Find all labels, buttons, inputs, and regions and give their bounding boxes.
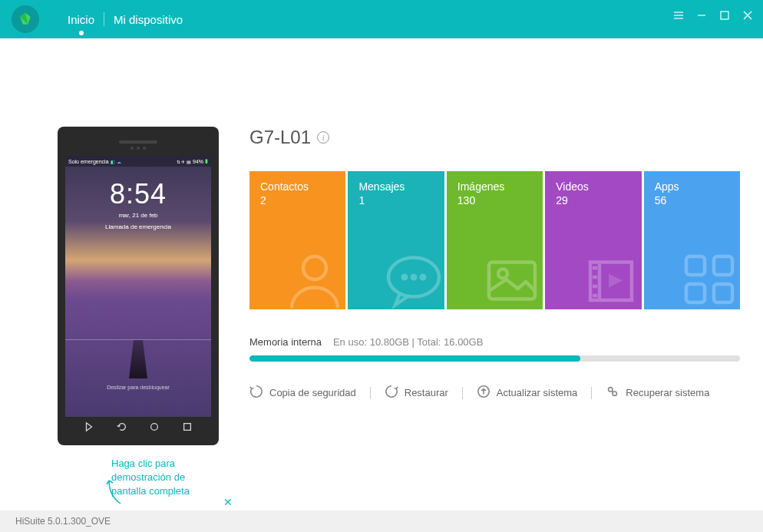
nav-device[interactable]: Mi dispositivo — [104, 13, 192, 26]
memory-header: Memoria interna En uso: 10.80GB | Total:… — [249, 336, 740, 348]
contacts-icon — [280, 245, 345, 309]
restore-icon — [385, 385, 398, 401]
action-label: Restaurar — [405, 387, 448, 398]
content: Solo emergencia ◧ ☁ ⇅ ✈ ▤ 94% ▮ 8:54 mar… — [0, 38, 763, 499]
svg-point-13 — [421, 276, 425, 279]
phone-back-icon — [84, 421, 94, 435]
action-row: Copia de seguridad Restaurar Actualizar … — [249, 385, 740, 401]
wallpaper-dock — [115, 340, 161, 378]
phone-sensors — [65, 147, 211, 150]
tile-value: 29 — [556, 194, 630, 207]
memory-stats: En uso: 10.80GB | Total: 16.00GB — [333, 336, 483, 348]
tile-label: Mensajes — [358, 180, 433, 193]
phone-time: 8:54 — [65, 178, 211, 210]
memory-bar — [249, 355, 740, 362]
phone-status-bar: Solo emergencia ◧ ☁ ⇅ ✈ ▤ 94% ▮ — [65, 156, 211, 167]
backup-icon — [249, 385, 263, 401]
tile-label: Apps — [655, 180, 729, 193]
nav-home-label: Inicio — [68, 13, 94, 26]
tile-videos[interactable]: Videos 29 — [545, 171, 641, 309]
tile-label: Videos — [556, 180, 630, 193]
tile-value: 1 — [358, 194, 433, 207]
svg-rect-19 — [714, 284, 732, 302]
phone-nav-bar — [65, 417, 211, 440]
svg-rect-16 — [686, 256, 705, 275]
info-icon[interactable]: i — [317, 131, 329, 144]
messages-icon — [379, 245, 444, 309]
footer: HiSuite 5.0.1.300_OVE — [0, 511, 763, 532]
minimize-icon[interactable] — [695, 9, 708, 21]
phone-unlock-hint: Deslizar para desbloquear — [65, 385, 211, 390]
app-logo — [12, 5, 39, 33]
hint-arrow-icon — [105, 477, 128, 511]
videos-icon — [576, 245, 642, 309]
header: Inicio Mi dispositivo — [0, 0, 763, 38]
svg-point-15 — [498, 269, 507, 279]
version-text: HiSuite 5.0.1.300_OVE — [15, 516, 111, 527]
action-update[interactable]: Actualizar sistema — [463, 385, 591, 401]
device-title-row: G7-L01 i — [249, 127, 740, 148]
menu-icon[interactable] — [672, 9, 685, 21]
svg-rect-14 — [489, 263, 535, 299]
phone-emergency-text: Llamada de emergencia — [65, 223, 211, 230]
memory-section: Memoria interna En uso: 10.80GB | Total:… — [249, 336, 740, 362]
close-icon[interactable] — [742, 9, 754, 21]
svg-point-11 — [403, 276, 407, 279]
nav-active-indicator — [79, 31, 84, 35]
category-tiles: Contactos 2 Mensajes 1 Imágenes 130 Vide… — [249, 171, 740, 309]
hint-close-icon[interactable]: ✕ — [223, 496, 233, 508]
phone-date: mar, 21 de feb — [65, 212, 211, 219]
tile-value: 2 — [260, 194, 335, 207]
phone-battery-pct: 94% — [193, 159, 203, 164]
svg-rect-18 — [686, 284, 705, 302]
wallpaper-horizon — [65, 339, 211, 340]
action-label: Actualizar sistema — [497, 387, 577, 398]
tile-apps[interactable]: Apps 56 — [644, 171, 740, 309]
images-icon — [477, 245, 543, 309]
main-section: G7-L01 i Contactos 2 Mensajes 1 Imágenes… — [249, 127, 740, 499]
svg-point-9 — [303, 256, 326, 279]
action-backup[interactable]: Copia de seguridad — [249, 385, 370, 401]
action-label: Copia de seguridad — [269, 387, 356, 398]
phone-recent-icon — [182, 421, 193, 435]
nav-home[interactable]: Inicio — [58, 13, 104, 26]
tile-value: 56 — [655, 194, 729, 207]
phone-speaker — [119, 140, 157, 144]
memory-label: Memoria interna — [249, 336, 322, 348]
action-recover[interactable]: Recuperar sistema — [592, 385, 723, 401]
nav-device-label: Mi dispositivo — [114, 13, 183, 26]
maximize-icon[interactable] — [718, 9, 731, 21]
phone-frame[interactable]: Solo emergencia ◧ ☁ ⇅ ✈ ▤ 94% ▮ 8:54 mar… — [58, 127, 219, 445]
apps-icon — [675, 245, 740, 309]
update-icon — [477, 385, 490, 401]
phone-refresh-icon — [117, 421, 127, 435]
tile-value: 130 — [457, 194, 532, 207]
action-label: Recuperar sistema — [626, 387, 709, 398]
tile-label: Contactos — [260, 180, 335, 193]
phone-preview-section: Solo emergencia ◧ ☁ ⇅ ✈ ▤ 94% ▮ 8:54 mar… — [58, 127, 219, 499]
phone-home-icon — [149, 421, 160, 435]
window-controls — [672, 9, 754, 21]
tile-images[interactable]: Imágenes 130 — [447, 171, 543, 309]
action-restore[interactable]: Restaurar — [371, 385, 462, 401]
tile-contacts[interactable]: Contactos 2 — [249, 171, 345, 309]
tile-label: Imágenes — [457, 180, 532, 193]
svg-point-12 — [412, 276, 416, 279]
tile-messages[interactable]: Mensajes 1 — [348, 171, 444, 309]
memory-fill — [249, 355, 580, 362]
svg-rect-4 — [721, 12, 728, 19]
device-name: G7-L01 — [249, 127, 311, 148]
svg-rect-8 — [183, 424, 190, 431]
svg-point-7 — [151, 424, 158, 431]
recover-icon — [606, 385, 619, 401]
phone-screen: Solo emergencia ◧ ☁ ⇅ ✈ ▤ 94% ▮ 8:54 mar… — [65, 156, 211, 417]
phone-status-carrier: Solo emergencia — [68, 159, 109, 164]
svg-rect-17 — [714, 256, 732, 275]
